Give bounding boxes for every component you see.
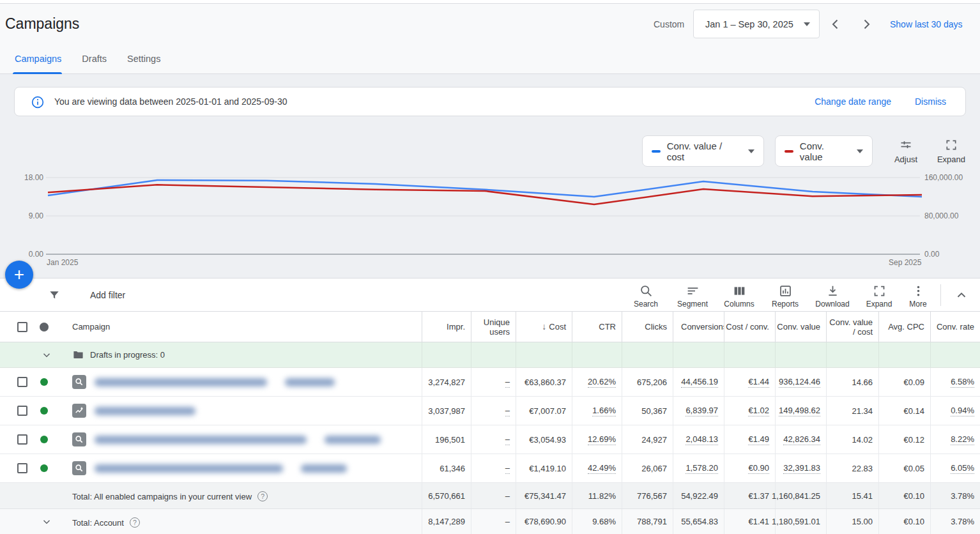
date-info-banner: You are viewing data between 2025-01-01 … — [14, 87, 966, 116]
folder-icon — [72, 349, 84, 361]
filter-funnel-icon[interactable] — [48, 289, 61, 301]
next-period-chevron-icon[interactable] — [859, 17, 874, 32]
total-cost-per-conv: €1.41 — [724, 509, 775, 534]
reports-button[interactable]: Reports — [765, 284, 805, 309]
download-icon — [826, 284, 839, 298]
campaign-column-header[interactable]: Campaign — [72, 322, 110, 332]
date-range-picker[interactable]: Jan 1 – Sep 30, 2025 — [693, 10, 820, 38]
add-filter-button[interactable]: Add filter — [90, 290, 125, 300]
select-all-checkbox[interactable] — [17, 322, 27, 332]
cell-conv-rate: 6.05% — [930, 454, 980, 482]
timeseries-chart[interactable] — [0, 169, 980, 278]
total-conversions: 54,922.49 — [673, 483, 724, 508]
col-conv-value[interactable]: Conv. value — [775, 312, 826, 342]
row-checkbox[interactable] — [17, 406, 27, 416]
chart-expand-button[interactable]: Expand — [935, 139, 967, 164]
status-enabled-dot[interactable] — [40, 407, 48, 415]
status-enabled-dot[interactable] — [40, 378, 48, 386]
segment-button[interactable]: Segment — [673, 284, 712, 309]
col-conv-rate[interactable]: Conv. rate — [930, 312, 980, 342]
col-cost[interactable]: ↓Cost — [516, 312, 572, 342]
metric-selector-2[interactable]: Conv. value — [775, 135, 873, 167]
row-checkbox[interactable] — [17, 377, 27, 387]
chevron-down-icon[interactable] — [41, 349, 52, 361]
cell-avg-cpc: €0.09 — [878, 368, 930, 396]
campaign-row[interactable]: 3,037,987 – €7,007.07 1.66% 50,367 6,839… — [0, 397, 980, 425]
search-icon — [639, 284, 653, 298]
search-button[interactable]: Search — [626, 284, 666, 309]
date-range-value: Jan 1 – Sep 30, 2025 — [705, 19, 804, 29]
dismiss-link[interactable]: Dismiss — [915, 96, 946, 107]
drafts-row-label: Drafts in progress: 0 — [90, 350, 165, 360]
cell-ctr: 20.62% — [572, 368, 622, 396]
banner-message: You are viewing data between 2025-01-01 … — [54, 96, 287, 107]
col-cost-per-conv[interactable]: Cost / conv. — [724, 312, 775, 342]
change-date-range-link[interactable]: Change date range — [815, 96, 891, 107]
cell-impr: 61,346 — [422, 454, 471, 482]
status-enabled-dot[interactable] — [40, 464, 48, 472]
col-ctr[interactable]: CTR — [572, 312, 622, 342]
col-unique-users[interactable]: Unique users — [471, 312, 516, 342]
cell-conv-rate: 0.94% — [930, 397, 980, 425]
campaign-row[interactable]: 61,346 – €1,419.10 42.49% 26,067 1,578.2… — [0, 454, 980, 483]
chevron-down-icon — [857, 149, 863, 153]
blurred-campaign-name[interactable] — [95, 464, 347, 473]
row-checkbox[interactable] — [17, 434, 27, 445]
total-conv-value-cost: 15.41 — [826, 483, 878, 508]
columns-icon — [733, 284, 746, 298]
drafts-in-progress-row[interactable]: Drafts in progress: 0 — [0, 342, 980, 368]
help-icon[interactable]: ? — [130, 517, 140, 528]
download-button[interactable]: Download — [813, 284, 852, 309]
total-enabled-row: Total: All enabled campaigns in your cur… — [0, 483, 980, 509]
collapse-table-chevron-icon[interactable] — [954, 288, 969, 302]
metric-2-label: Conv. value — [800, 141, 849, 162]
cell-conversions: 44,456.19 — [673, 368, 724, 396]
cell-conv-value-cost: 21.34 — [826, 397, 878, 425]
cell-ctr: 12.69% — [572, 425, 622, 454]
total-account-label: Total: Account — [72, 518, 124, 528]
tab-settings[interactable]: Settings — [127, 54, 160, 64]
tab-drafts[interactable]: Drafts — [82, 54, 107, 64]
col-avg-cpc[interactable]: Avg. CPC — [878, 312, 930, 342]
toolbar-divider — [940, 284, 941, 306]
more-button[interactable]: More — [898, 284, 938, 309]
campaigns-table: Add filter Search Segment Columns — [0, 278, 980, 534]
total-cost: €78,690.90 — [516, 509, 572, 534]
campaign-row[interactable]: 3,274,827 – €63,860.37 20.62% 675,206 44… — [0, 368, 980, 397]
cell-cost-per-conv: €0.90 — [724, 454, 775, 482]
total-ctr: 9.68% — [572, 509, 622, 534]
blue-series-dash-icon — [652, 150, 661, 153]
col-clicks[interactable]: Clicks — [622, 312, 673, 342]
campaign-row[interactable]: 196,501 – €3,054.93 12.69% 24,927 2,048.… — [0, 425, 980, 454]
chevron-down-icon — [748, 149, 754, 153]
blurred-campaign-name[interactable] — [95, 436, 381, 444]
tab-campaigns[interactable]: Campaigns — [15, 54, 61, 64]
adjust-label: Adjust — [890, 155, 922, 164]
adjust-button[interactable]: Adjust — [890, 139, 922, 164]
blurred-campaign-name[interactable] — [95, 407, 195, 415]
performance-max-campaign-icon — [72, 404, 86, 418]
cell-conv-value-cost: 22.83 — [826, 454, 878, 482]
col-impr[interactable]: Impr. — [422, 312, 471, 342]
col-conversions[interactable]: Conversions — [673, 312, 724, 342]
help-icon[interactable]: ? — [257, 491, 268, 501]
total-impr: 8,147,289 — [422, 509, 471, 534]
expand-icon — [873, 284, 886, 298]
columns-button[interactable]: Columns — [719, 284, 759, 309]
table-expand-button[interactable]: Expand — [859, 284, 899, 309]
show-last-30-days-link[interactable]: Show last 30 days — [890, 19, 963, 29]
total-conversions: 55,654.83 — [673, 509, 724, 534]
prev-period-chevron-icon[interactable] — [828, 17, 843, 32]
status-column-dot-icon[interactable] — [40, 323, 49, 332]
metric-selector-1[interactable]: Conv. value / cost — [642, 135, 764, 167]
row-checkbox[interactable] — [17, 463, 27, 473]
cell-impr: 196,501 — [422, 425, 471, 454]
chevron-down-icon[interactable] — [41, 516, 52, 528]
total-clicks: 776,567 — [622, 483, 673, 508]
total-cost-per-conv: €1.37 — [724, 483, 775, 508]
red-series-dash-icon — [785, 150, 793, 153]
add-campaign-fab[interactable]: + — [5, 261, 33, 289]
blurred-campaign-name[interactable] — [95, 378, 335, 386]
col-conv-value-cost[interactable]: Conv. value / cost — [826, 312, 878, 342]
status-enabled-dot[interactable] — [40, 436, 48, 443]
